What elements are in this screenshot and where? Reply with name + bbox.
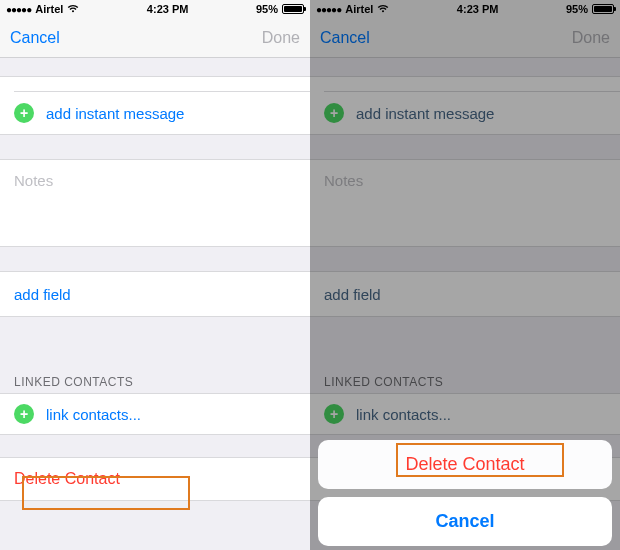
nav-bar: Cancel Done [0, 18, 310, 58]
screen-right: ●●●●● Airtel 4:23 PM 95% Cancel Done + a… [310, 0, 620, 550]
signal-dots-icon: ●●●●● [6, 4, 31, 15]
carrier-label: Airtel [35, 3, 63, 15]
add-field-row[interactable]: add field [0, 272, 310, 316]
add-im-row[interactable]: + add instant message [0, 92, 310, 134]
sheet-delete-label: Delete Contact [405, 454, 524, 474]
link-contacts-label: link contacts... [46, 406, 141, 423]
done-button[interactable]: Done [262, 29, 300, 47]
sheet-cancel-button[interactable]: Cancel [318, 497, 612, 546]
add-field-label: add field [14, 286, 71, 303]
cancel-button[interactable]: Cancel [10, 29, 60, 47]
screen-left: ●●●●● Airtel 4:23 PM 95% Cancel Done + a… [0, 0, 310, 550]
clock: 4:23 PM [147, 3, 189, 15]
sheet-cancel-label: Cancel [435, 511, 494, 531]
notes-label: Notes [14, 172, 53, 189]
notes-row[interactable]: Notes [0, 160, 310, 200]
battery-icon [282, 4, 304, 14]
plus-icon: + [14, 404, 34, 424]
action-sheet: Delete Contact Cancel [318, 440, 612, 546]
add-im-label: add instant message [46, 105, 184, 122]
delete-contact-label: Delete Contact [14, 470, 120, 488]
plus-icon: + [14, 103, 34, 123]
delete-contact-row[interactable]: Delete Contact [0, 458, 310, 500]
wifi-icon [67, 3, 79, 15]
link-contacts-row[interactable]: + link contacts... [0, 394, 310, 434]
status-bar: ●●●●● Airtel 4:23 PM 95% [0, 0, 310, 18]
sheet-delete-button[interactable]: Delete Contact [318, 440, 612, 489]
linked-contacts-header: LINKED CONTACTS [0, 369, 310, 393]
battery-pct: 95% [256, 3, 278, 15]
